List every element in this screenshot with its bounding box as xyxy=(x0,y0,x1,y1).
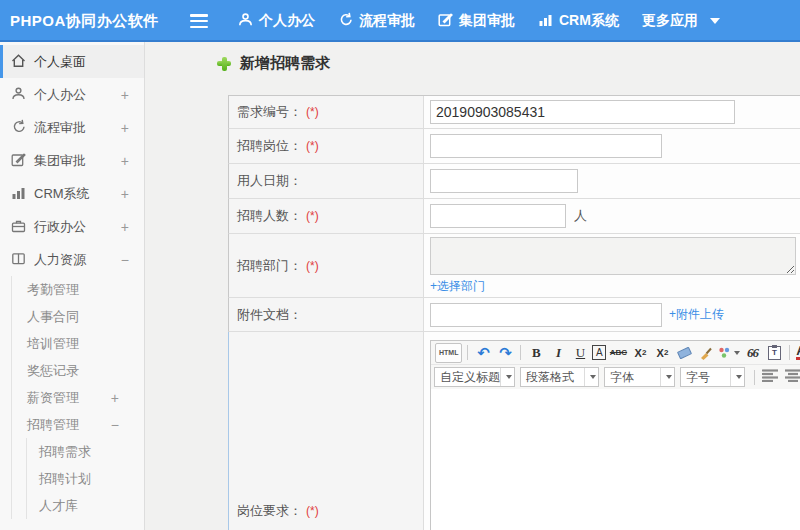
sidebar-item-recruitment[interactable]: 招聘管理 − xyxy=(12,411,144,438)
required-mark: (*) xyxy=(306,105,319,119)
hamburger-menu-icon[interactable] xyxy=(190,14,208,28)
topnav-label: 流程审批 xyxy=(359,12,415,30)
page-title-text: 新增招聘需求 xyxy=(240,54,330,73)
expand-toggle[interactable]: + xyxy=(121,120,129,136)
expand-toggle[interactable]: + xyxy=(121,153,129,169)
align-left-button[interactable] xyxy=(762,369,779,385)
sidebar-item-talent-pool[interactable]: 人才库 xyxy=(27,492,144,519)
paragraph-format-select[interactable]: 段落格式 xyxy=(520,367,599,387)
sidebar-item-personal-desktop[interactable]: 个人桌面 xyxy=(0,45,144,78)
caret-down-icon xyxy=(666,375,672,379)
align-center-button[interactable] xyxy=(785,369,800,385)
required-mark: (*) xyxy=(306,209,319,223)
page-title: 新增招聘需求 xyxy=(217,54,330,73)
redo-button[interactable]: ↷ xyxy=(495,343,515,363)
collapse-toggle[interactable]: − xyxy=(111,417,119,433)
superscript-button[interactable]: X2 xyxy=(630,343,650,363)
required-mark: (*) xyxy=(306,139,319,153)
sidebar-item-training[interactable]: 培训管理 xyxy=(12,330,144,357)
caret-down-icon xyxy=(734,351,740,355)
sidebar-item-label: 薪资管理 xyxy=(27,389,79,407)
editor-toolbar-row1: HTML ↶ ↷ B I U A ABC X2 X2 xyxy=(431,341,800,365)
html-source-button[interactable]: HTML xyxy=(435,343,462,363)
bar-chart-icon xyxy=(11,185,34,203)
font-color-button[interactable]: A xyxy=(795,343,800,363)
eraser-button[interactable] xyxy=(674,343,694,363)
expand-toggle[interactable]: + xyxy=(121,219,129,235)
expand-toggle[interactable]: + xyxy=(111,390,119,406)
attachment-input[interactable] xyxy=(430,303,662,327)
topnav-group-approval[interactable]: 集团审批 xyxy=(438,12,515,30)
font-size-select[interactable]: 字号 xyxy=(680,367,745,387)
topnav-more-apps[interactable]: 更多应用 xyxy=(642,12,720,30)
sidebar-item-recruit-plan[interactable]: 招聘计划 xyxy=(27,465,144,492)
caret-down-icon xyxy=(710,18,720,24)
headcount-input[interactable] xyxy=(430,204,566,228)
custom-title-select[interactable]: 自定义标题 xyxy=(434,367,515,387)
expand-toggle[interactable]: + xyxy=(121,87,129,103)
collapse-toggle[interactable]: − xyxy=(121,252,129,268)
topnav-crm-system[interactable]: CRM系统 xyxy=(538,12,619,30)
sidebar-item-label: 奖惩记录 xyxy=(27,362,79,380)
edit-icon xyxy=(438,12,459,30)
eraser-icon xyxy=(677,346,692,359)
topnav-label: 集团审批 xyxy=(459,12,515,30)
sidebar-item-workflow-approval[interactable]: 流程审批 + xyxy=(0,111,144,144)
format-brush-button[interactable] xyxy=(696,343,716,363)
unit-suffix: 人 xyxy=(574,207,587,225)
app-title: PHPOA协同办公软件 xyxy=(0,12,190,31)
sidebar-item-personal-office[interactable]: 个人办公 + xyxy=(0,78,144,111)
bold-button[interactable]: B xyxy=(526,343,546,363)
subscript-button[interactable]: X2 xyxy=(652,343,672,363)
position-input[interactable] xyxy=(430,134,662,158)
form-row-job-requirements: 岗位要求：(*) HTML ↶ ↷ B I U A ABC X2 xyxy=(228,332,800,530)
blockquote-button[interactable]: 66 xyxy=(742,343,762,363)
sidebar-item-crm-system[interactable]: CRM系统 + xyxy=(0,177,144,210)
undo-button[interactable]: ↶ xyxy=(473,343,493,363)
hire-date-input[interactable] xyxy=(430,169,578,193)
select-department-link[interactable]: +选择部门 xyxy=(430,278,485,295)
caret-down-icon xyxy=(506,375,512,379)
expand-toggle[interactable]: + xyxy=(121,186,129,202)
hr-submenu: 考勤管理 人事合同 培训管理 奖惩记录 薪资管理 + 招聘管理 − 招聘需求 招… xyxy=(11,276,144,519)
field-label: 用人日期： xyxy=(237,172,302,190)
book-icon xyxy=(11,251,34,269)
topnav-workflow-approval[interactable]: 流程审批 xyxy=(338,12,415,30)
editor-content-area[interactable] xyxy=(431,389,800,530)
topnav-label: 更多应用 xyxy=(642,12,698,30)
flow-arrow-icon xyxy=(338,12,359,30)
field-label: 需求编号： xyxy=(237,103,302,121)
strikethrough-button[interactable]: ABC xyxy=(608,343,628,363)
sidebar-item-hr-contract[interactable]: 人事合同 xyxy=(12,303,144,330)
sidebar-item-attendance[interactable]: 考勤管理 xyxy=(12,276,144,303)
main-content: 新增招聘需求 需求编号：(*) 招聘岗位：(*) 用人日期： 招聘人数：(*) … xyxy=(146,42,800,530)
sidebar-item-label: 行政办公 xyxy=(34,218,86,236)
rich-text-editor: HTML ↶ ↷ B I U A ABC X2 X2 xyxy=(430,340,800,530)
upload-attachment-link[interactable]: +附件上传 xyxy=(669,306,724,323)
sidebar-item-rewards[interactable]: 奖惩记录 xyxy=(12,357,144,384)
user-icon xyxy=(238,12,259,30)
sidebar-item-recruit-request[interactable]: 招聘需求 xyxy=(27,438,144,465)
format-paint-button[interactable] xyxy=(718,343,740,363)
autotypeset-button[interactable]: A xyxy=(592,345,606,360)
sidebar-item-salary[interactable]: 薪资管理 + xyxy=(12,384,144,411)
sidebar-item-admin-office[interactable]: 行政办公 + xyxy=(0,210,144,243)
clipboard-icon: T xyxy=(768,346,781,360)
italic-button[interactable]: I xyxy=(548,343,568,363)
user-icon xyxy=(11,86,34,104)
sidebar-item-label: 人事合同 xyxy=(27,308,79,326)
topnav-personal-office[interactable]: 个人办公 xyxy=(238,12,315,30)
recruit-request-form: 需求编号：(*) 招聘岗位：(*) 用人日期： 招聘人数：(*) 人 招聘部门：… xyxy=(228,95,800,530)
underline-button[interactable]: U xyxy=(570,343,590,363)
sidebar-item-human-resources[interactable]: 人力资源 − xyxy=(0,243,144,276)
recruitment-submenu: 招聘需求 招聘计划 人才库 xyxy=(26,438,144,519)
color-dots-icon xyxy=(718,346,731,359)
sidebar-item-group-approval[interactable]: 集团审批 + xyxy=(0,144,144,177)
font-family-select[interactable]: 字体 xyxy=(604,367,675,387)
paste-button[interactable]: T xyxy=(764,343,784,363)
request-no-input[interactable] xyxy=(430,100,735,124)
edit-icon xyxy=(11,152,34,170)
sidebar-item-label: 个人办公 xyxy=(34,86,86,104)
required-mark: (*) xyxy=(306,259,319,273)
department-textarea[interactable] xyxy=(430,237,796,275)
